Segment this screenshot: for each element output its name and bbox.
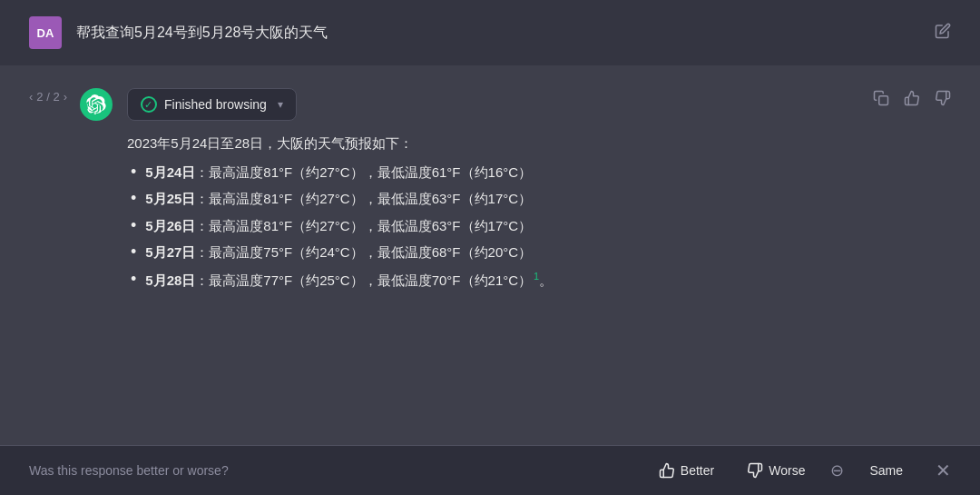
weather-list-item: •5月26日：最高温度81°F（约27°C），最低温度63°F（约17°C）: [131, 214, 873, 238]
worse-button[interactable]: Worse: [740, 459, 812, 482]
better-button[interactable]: Better: [652, 459, 721, 482]
user-message-text: 帮我查询5月24号到5月28号大阪的天气: [76, 24, 920, 43]
chevron-down-icon: ▾: [278, 98, 283, 111]
assistant-section: ‹ 2 / 2 › Finished browsing ▾: [0, 66, 980, 495]
prev-arrow[interactable]: ‹: [29, 90, 33, 104]
browsing-check-icon: [141, 96, 157, 113]
weather-list-item: •5月24日：最高温度81°F（约27°C），最低温度61°F（约16°C）: [131, 161, 873, 184]
feedback-buttons: Better Worse ⊖ Same ✕: [652, 459, 951, 482]
separator-icon: ⊖: [830, 460, 844, 480]
copy-icon[interactable]: [873, 90, 889, 111]
next-arrow[interactable]: ›: [64, 90, 67, 104]
assistant-avatar: [80, 88, 113, 121]
same-button[interactable]: Same: [862, 460, 910, 481]
weather-item-text: 5月26日：最高温度81°F（约27°C），最低温度63°F（约17°C）: [145, 214, 532, 238]
feedback-bar: Was this response better or worse? Bette…: [0, 445, 980, 495]
app-container: DA 帮我查询5月24号到5月28号大阪的天气 ‹ 2 / 2 ›: [0, 0, 980, 495]
better-label: Better: [681, 463, 714, 478]
feedback-question: Was this response better or worse?: [29, 463, 633, 478]
footnote: 1: [534, 271, 539, 282]
weather-item-text: 5月25日：最高温度81°F（约27°C），最低温度63°F（约17°C）: [145, 187, 532, 211]
browsing-pill[interactable]: Finished browsing ▾: [127, 88, 297, 121]
worse-label: Worse: [769, 463, 805, 478]
user-message-row: DA 帮我查询5月24号到5月28号大阪的天气: [0, 0, 980, 66]
weather-item-text: 5月27日：最高温度75°F（约24°C），最低温度68°F（约20°C）: [145, 241, 532, 264]
assistant-content: Finished browsing ▾ 2023年5月24日至28日，大阪的天气…: [127, 88, 873, 292]
thumbs-down-icon[interactable]: [935, 90, 951, 111]
weather-item-text: 5月28日：最高温度77°F（约25°C），最低温度70°F（约21°C）1。: [145, 268, 553, 292]
close-icon[interactable]: ✕: [936, 460, 951, 481]
browsing-label: Finished browsing: [164, 97, 267, 112]
svg-rect-0: [879, 96, 888, 105]
message-body: 2023年5月24日至28日，大阪的天气预报如下： •5月24日：最高温度81°…: [127, 132, 873, 292]
action-icons: [873, 90, 951, 111]
bullet-icon: •: [131, 214, 136, 237]
bullet-icon: •: [131, 241, 136, 263]
bullet-icon: •: [131, 268, 136, 291]
intro-text: 2023年5月24日至28日，大阪的天气预报如下：: [127, 132, 873, 155]
bullet-icon: •: [131, 161, 136, 183]
bullet-icon: •: [131, 187, 136, 210]
thumbs-up-icon[interactable]: [904, 90, 920, 111]
weather-list-item: •5月27日：最高温度75°F（约24°C），最低温度68°F（约20°C）: [131, 241, 873, 264]
same-label: Same: [869, 463, 903, 478]
weather-list-item: •5月28日：最高温度77°F（约25°C），最低温度70°F（约21°C）1。: [131, 268, 873, 292]
weather-list-item: •5月25日：最高温度81°F（约27°C），最低温度63°F（约17°C）: [131, 187, 873, 211]
weather-item-text: 5月24日：最高温度81°F（约27°C），最低温度61°F（约16°C）: [145, 161, 532, 184]
nav-count: 2 / 2: [36, 90, 59, 104]
user-avatar: DA: [29, 16, 62, 49]
nav-arrows: ‹ 2 / 2 ›: [29, 90, 67, 104]
weather-list: •5月24日：最高温度81°F（约27°C），最低温度61°F（约16°C）•5…: [127, 161, 873, 292]
assistant-message-row: ‹ 2 / 2 › Finished browsing ▾: [0, 66, 980, 445]
edit-icon[interactable]: [935, 23, 951, 44]
